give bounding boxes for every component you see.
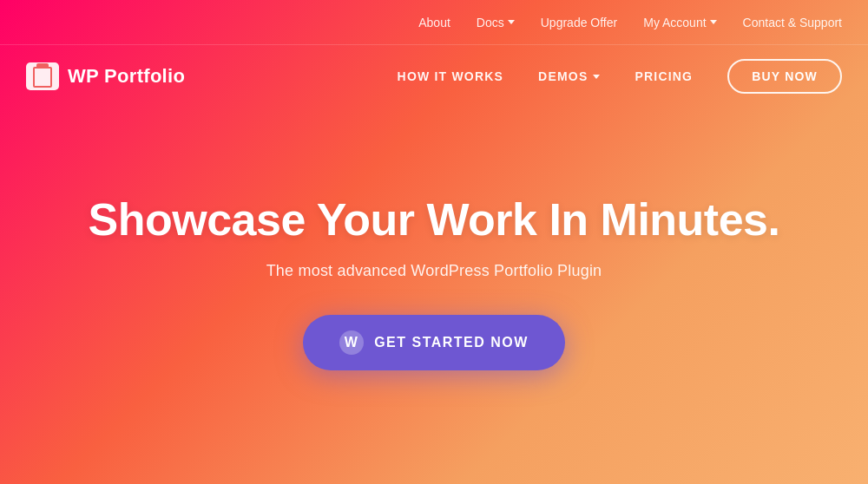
hero-section: Showcase Your Work In Minutes. The most … [0,108,868,484]
buy-now-button[interactable]: BUY NOW [727,59,842,94]
top-nav-my-account[interactable]: My Account [643,16,716,29]
my-account-chevron-icon [710,20,717,24]
top-nav-contact[interactable]: Contact & Support [743,16,842,29]
demos-chevron-icon [593,75,600,79]
main-nav-links: HOW IT WORKS DEMOS PRICING BUY NOW [398,59,842,94]
nav-how-it-works[interactable]: HOW IT WORKS [398,69,504,83]
main-nav: WP Portfolio HOW IT WORKS DEMOS PRICING … [0,45,868,108]
cta-label: GET STARTED NOW [374,335,529,350]
top-nav: About Docs Upgrade Offer My Account Cont… [0,0,868,45]
top-nav-about[interactable]: About [418,16,450,29]
cta-button[interactable]: W GET STARTED NOW [303,315,565,370]
wordpress-icon: W [339,330,364,355]
hero-subtitle: The most advanced WordPress Portfolio Pl… [266,262,602,280]
logo-text: WP Portfolio [68,65,185,88]
logo-icon [26,62,59,90]
top-nav-upgrade[interactable]: Upgrade Offer [541,16,617,29]
page-wrapper: About Docs Upgrade Offer My Account Cont… [0,0,868,484]
top-nav-docs[interactable]: Docs [477,16,515,29]
logo-link[interactable]: WP Portfolio [26,62,185,90]
hero-title: Showcase Your Work In Minutes. [89,195,780,245]
docs-chevron-icon [508,20,515,24]
nav-pricing[interactable]: PRICING [635,69,693,83]
nav-demos[interactable]: DEMOS [538,69,600,83]
